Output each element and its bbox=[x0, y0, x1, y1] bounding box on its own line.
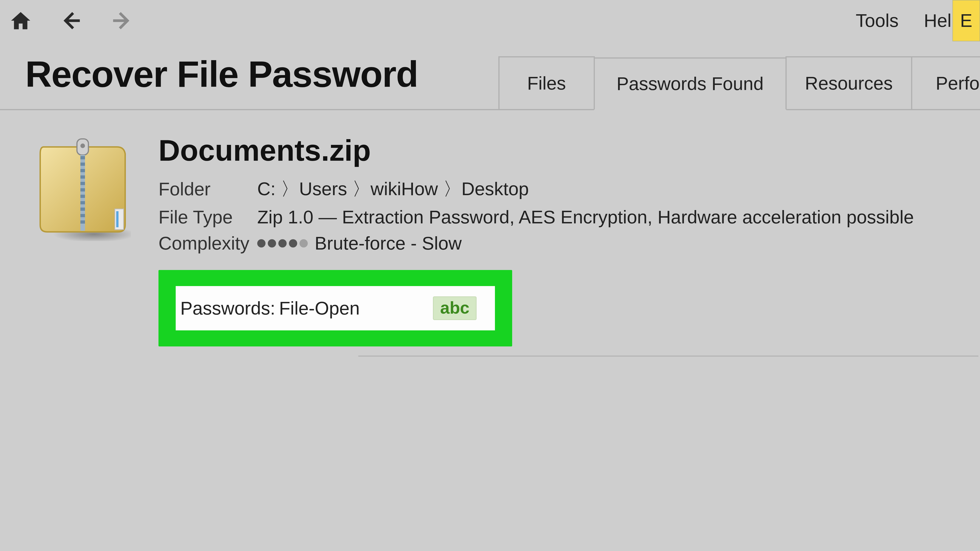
menu-tools[interactable]: Tools bbox=[856, 10, 899, 31]
toolbar-menu: Tools Help bbox=[856, 10, 962, 31]
passwords-value: File-Open bbox=[279, 298, 433, 319]
complexity-dots bbox=[257, 239, 308, 248]
back-icon[interactable] bbox=[60, 9, 83, 32]
svg-rect-13 bbox=[80, 201, 85, 204]
forward-icon[interactable] bbox=[110, 9, 133, 32]
yellow-button-label: E bbox=[960, 10, 972, 31]
svg-rect-12 bbox=[80, 195, 85, 198]
passwords-label: Passwords: bbox=[180, 298, 279, 319]
yellow-button[interactable]: E bbox=[953, 0, 980, 41]
filetype-label: File Type bbox=[159, 206, 257, 228]
svg-rect-5 bbox=[80, 155, 85, 231]
svg-rect-14 bbox=[80, 208, 85, 211]
page-title: Recover File Password bbox=[25, 53, 418, 109]
toolbar: Tools Help E bbox=[0, 0, 980, 41]
tab-label: Files bbox=[527, 73, 566, 94]
svg-rect-6 bbox=[80, 156, 85, 159]
zip-file-icon bbox=[35, 133, 131, 241]
complexity-label: Complexity bbox=[159, 233, 257, 254]
nav-buttons bbox=[9, 9, 133, 32]
tab-label: Passwords Found bbox=[616, 73, 764, 94]
info-row-folder: Folder C: 〉Users 〉wikiHow 〉Desktop bbox=[159, 177, 955, 202]
separator-line bbox=[358, 356, 978, 357]
tab-resources[interactable]: Resources bbox=[786, 56, 912, 109]
dot-icon bbox=[299, 239, 308, 248]
svg-rect-8 bbox=[80, 169, 85, 172]
title-row: Recover File Password Files Passwords Fo… bbox=[0, 41, 980, 110]
dot-icon bbox=[278, 239, 286, 248]
svg-rect-16 bbox=[80, 221, 85, 224]
tab-passwords-found[interactable]: Passwords Found bbox=[594, 57, 787, 110]
svg-rect-17 bbox=[115, 209, 124, 230]
passwords-row: Passwords: File-Open abc bbox=[176, 286, 495, 330]
tab-files[interactable]: Files bbox=[498, 56, 595, 109]
dot-icon bbox=[268, 239, 276, 248]
abc-badge[interactable]: abc bbox=[433, 296, 477, 320]
tab-performance[interactable]: Perfo bbox=[911, 56, 980, 109]
info-row-filetype: File Type Zip 1.0 — Extraction Password,… bbox=[159, 206, 955, 228]
dot-icon bbox=[289, 239, 297, 248]
complexity-value-wrap: Brute-force - Slow bbox=[257, 233, 461, 254]
svg-rect-11 bbox=[80, 188, 85, 192]
dot-icon bbox=[257, 239, 266, 248]
passwords-highlight-box: Passwords: File-Open abc bbox=[159, 270, 512, 346]
info-row-complexity: Complexity Brute-force - Slow bbox=[159, 233, 955, 254]
svg-rect-18 bbox=[116, 211, 119, 227]
file-info: Documents.zip Folder C: 〉Users 〉wikiHow … bbox=[159, 133, 955, 346]
content: Documents.zip Folder C: 〉Users 〉wikiHow … bbox=[0, 110, 980, 346]
tab-label: Resources bbox=[805, 73, 893, 94]
folder-label: Folder bbox=[159, 179, 257, 200]
tabs: Files Passwords Found Resources Perfo bbox=[500, 41, 980, 109]
svg-point-4 bbox=[80, 143, 85, 148]
svg-rect-7 bbox=[80, 162, 85, 166]
home-icon[interactable] bbox=[9, 9, 32, 32]
file-name: Documents.zip bbox=[159, 133, 955, 168]
tab-label: Perfo bbox=[935, 73, 980, 94]
complexity-value: Brute-force - Slow bbox=[315, 233, 461, 254]
app-window: Tools Help E Recover File Password Files… bbox=[0, 0, 980, 551]
folder-value: C: 〉Users 〉wikiHow 〉Desktop bbox=[257, 177, 529, 202]
filetype-value: Zip 1.0 — Extraction Password, AES Encry… bbox=[257, 206, 914, 228]
svg-rect-9 bbox=[80, 175, 85, 179]
svg-rect-10 bbox=[80, 182, 85, 185]
svg-rect-15 bbox=[80, 214, 85, 217]
